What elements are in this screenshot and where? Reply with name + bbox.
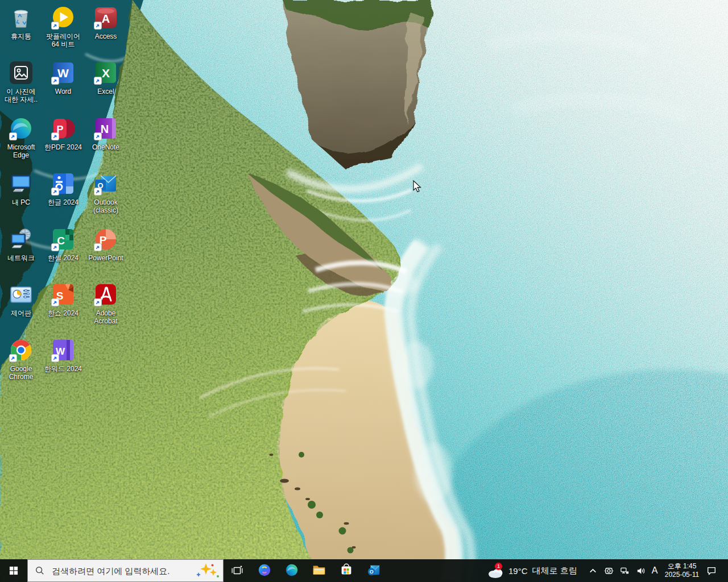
desktop-icon-hanpdf[interactable]: P한PDF 2024 xyxy=(42,115,84,151)
cloudy-icon: 1 xyxy=(487,564,504,577)
weather-condition: 대체로 흐림 xyxy=(532,566,577,576)
network-icon[interactable] xyxy=(618,559,631,582)
desktop-icon-label: 제어판 xyxy=(11,309,31,317)
microsoft-store-icon xyxy=(339,563,354,579)
desktop-icon-label: OneNote xyxy=(92,143,119,151)
taskbar-app-outlook[interactable]: O xyxy=(360,559,387,582)
desktop-icon-label: Adobe Acrobat xyxy=(85,309,127,325)
desktop-icon-label: 한쇼 2024 xyxy=(48,309,78,317)
action-center-button[interactable] xyxy=(703,559,720,582)
shortcut-arrow-badge xyxy=(9,354,17,362)
clock-date: 2025-05-11 xyxy=(661,571,703,579)
taskbar-search-box[interactable] xyxy=(27,559,224,582)
shortcut-arrow-badge xyxy=(94,243,102,251)
file-explorer-icon xyxy=(312,563,326,579)
ime-mode-indicator[interactable]: A xyxy=(648,566,661,576)
shortcut-arrow-badge xyxy=(51,354,59,362)
desktop-icon-powerpoint[interactable]: PPowerPoint xyxy=(85,226,127,262)
acrobat-icon xyxy=(93,281,119,307)
desktop-icon-label: Access xyxy=(95,32,117,40)
desktop-icon-hancell[interactable]: C한셀 2024 xyxy=(42,226,84,262)
taskbar-app-file-explorer[interactable] xyxy=(305,559,333,582)
start-button[interactable] xyxy=(0,559,27,582)
access-icon: A xyxy=(93,5,119,31)
excel-icon: X xyxy=(93,60,119,86)
hanpdf-icon: P xyxy=(50,115,76,142)
desktop-icon-recycle-bin[interactable]: 휴지통 xyxy=(0,5,42,40)
taskbar-app-store[interactable] xyxy=(333,559,360,582)
volume-icon[interactable] xyxy=(634,559,647,582)
shortcut-arrow-badge xyxy=(51,298,59,306)
desktop-icon-hanshow[interactable]: S한쇼 2024 xyxy=(42,281,84,317)
shortcut-arrow-badge xyxy=(51,77,59,85)
copilot-icon xyxy=(257,563,272,579)
hanword-icon: W xyxy=(50,337,76,363)
my-pc-icon xyxy=(8,171,34,197)
desktop-icon-label: 휴지통 xyxy=(11,32,31,40)
desktop-icon-label: 내 PC xyxy=(12,198,30,206)
recycle-bin-icon xyxy=(8,5,34,31)
outlook-classic-icon: O xyxy=(93,171,119,197)
desktop-icon-hanword[interactable]: W한워드 2024 xyxy=(42,337,84,373)
outlook-icon: O xyxy=(366,563,381,579)
desktop-icon-acrobat[interactable]: Adobe Acrobat xyxy=(85,281,127,325)
clock-time: 오후 1:45 xyxy=(661,562,703,571)
desktop-icon-onenote[interactable]: NOneNote xyxy=(85,115,127,151)
hidden-icons-chevron-icon[interactable] xyxy=(586,559,599,582)
shortcut-arrow-badge xyxy=(94,22,102,30)
desktop-icon-word[interactable]: WWord xyxy=(42,60,84,95)
desktop-icon-hangul[interactable]: 한글 2024 xyxy=(42,171,84,206)
desktop-icon-label: Microsoft Edge xyxy=(0,143,42,159)
shortcut-arrow-badge xyxy=(94,188,102,196)
shortcut-arrow-badge xyxy=(51,188,59,196)
weather-temp: 19°C xyxy=(508,566,528,576)
chrome-icon xyxy=(8,337,34,363)
desktop: 휴지통팟플레이어 64 비트AAccess이 사진에 대한 자세..WWordX… xyxy=(0,0,728,582)
desktop-icon-photo-info[interactable]: 이 사진에 대한 자세.. xyxy=(0,60,42,103)
desktop-icon-control-panel[interactable]: 제어판 xyxy=(0,281,42,317)
desktop-icon-my-pc[interactable]: 내 PC xyxy=(0,171,42,206)
desktop-icon-label: Word xyxy=(55,88,71,95)
display-device-icon[interactable] xyxy=(602,559,615,582)
task-view-button[interactable] xyxy=(224,559,251,582)
desktop-icon-edge[interactable]: Microsoft Edge xyxy=(0,115,42,159)
desktop-icon-label: 한글 2024 xyxy=(48,198,78,206)
search-input[interactable] xyxy=(51,566,195,576)
desktop-icon-label: Excel xyxy=(97,88,114,95)
desktop-icon-label: 이 사진에 대한 자세.. xyxy=(0,88,42,103)
weather-widget[interactable]: 1 19°C 대체로 흐림 xyxy=(487,559,577,582)
onenote-icon: N xyxy=(93,115,119,142)
shortcut-arrow-badge xyxy=(94,298,102,306)
desktop-icon-label: 한워드 2024 xyxy=(44,365,82,373)
desktop-icon-excel[interactable]: XExcel xyxy=(85,60,127,95)
desktop-icon-outlook-classic[interactable]: OOutlook (classic) xyxy=(85,171,127,214)
hanshow-icon: S xyxy=(50,281,76,307)
action-center-icon xyxy=(706,566,717,576)
hancell-icon: C xyxy=(50,226,76,252)
desktop-icon-label: 팟플레이어 64 비트 xyxy=(42,32,84,48)
desktop-icon-potplayer[interactable]: 팟플레이어 64 비트 xyxy=(42,5,84,48)
svg-text:W: W xyxy=(57,66,69,80)
shortcut-arrow-badge xyxy=(51,22,59,30)
desktop-icon-access[interactable]: AAccess xyxy=(85,5,127,40)
svg-text:X: X xyxy=(102,66,110,80)
desktop-icon-label: 한셀 2024 xyxy=(48,254,78,262)
svg-text:A: A xyxy=(102,13,110,25)
search-highlights-sparkle-icon xyxy=(195,562,221,579)
desktop-icon-label: Google Chrome xyxy=(0,365,42,381)
desktop-icon-network[interactable]: 네트워크 xyxy=(0,226,42,262)
shortcut-arrow-badge xyxy=(9,132,17,140)
desktop-icon-grid: 휴지통팟플레이어 64 비트AAccess이 사진에 대한 자세..WWordX… xyxy=(0,0,148,409)
photo-info-icon xyxy=(8,60,34,86)
desktop-icon-chrome[interactable]: Google Chrome xyxy=(0,337,42,381)
word-icon: W xyxy=(50,60,76,86)
taskbar-clock[interactable]: 오후 1:45 2025-05-11 xyxy=(661,562,703,579)
shortcut-arrow-badge xyxy=(51,243,59,251)
desktop-icon-label: 네트워크 xyxy=(7,254,35,262)
powerpoint-icon: P xyxy=(93,226,119,252)
taskbar: O 1 19°C 대체로 흐림 xyxy=(0,559,728,582)
taskbar-app-edge[interactable] xyxy=(278,559,305,582)
taskbar-app-copilot[interactable] xyxy=(251,559,278,582)
control-panel-icon xyxy=(8,281,34,307)
desktop-icon-label: Outlook (classic) xyxy=(85,198,127,214)
